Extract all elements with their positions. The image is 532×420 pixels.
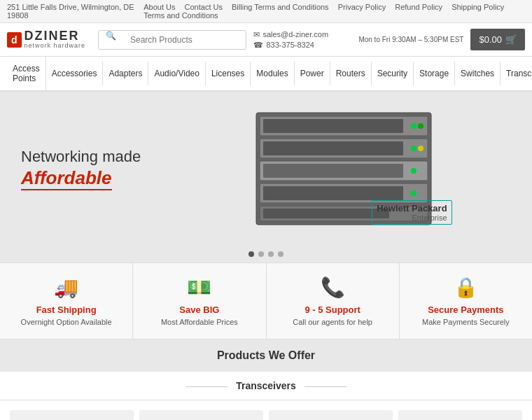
billing-link[interactable]: Billing Terms and Conditions — [232, 3, 329, 11]
feature-save-big: 💵 Save BIG Most Affordable Prices — [133, 263, 266, 339]
hero-text: Networking made Affordable — [0, 126, 162, 211]
top-bar: 251 Little Falls Drive, Wilmington, DE 1… — [0, 0, 532, 23]
product-thumb-3[interactable] — [269, 410, 393, 420]
svg-point-11 — [411, 168, 416, 174]
server-rack: Hewlett Packard Enterprise — [235, 106, 459, 232]
feature-title-3: Secure Payments — [410, 304, 522, 315]
svg-rect-10 — [263, 164, 403, 178]
refund-link[interactable]: Refund Policy — [395, 3, 442, 11]
dot-2[interactable] — [258, 251, 264, 257]
nav-licenses[interactable]: Licenses — [206, 62, 251, 85]
nav-security[interactable]: Security — [372, 62, 414, 85]
logo-text: DZINER network hardware — [24, 29, 86, 50]
hero-image: Hewlett Packard Enterprise — [162, 106, 532, 232]
brand-sub: Enterprise — [377, 214, 447, 222]
nav-switches[interactable]: Switches — [455, 62, 500, 85]
svg-point-8 — [418, 146, 424, 151]
logo-subtitle: network hardware — [24, 43, 86, 50]
header: d DZINER network hardware 🔍 sales@d-zine… — [0, 23, 532, 57]
search-input[interactable] — [123, 31, 246, 49]
hours-info: Mon to Fri 9:30AM – 5:30PM EST — [358, 35, 463, 45]
feature-fast-shipping: 🚚 Fast Shipping Overnight Option Availab… — [0, 263, 133, 339]
svg-rect-2 — [263, 119, 403, 133]
terms-link[interactable]: Terms and Conditions — [144, 11, 218, 20]
transceivers-section: Transceivers — [0, 372, 532, 420]
nav-modules[interactable]: Modules — [251, 62, 294, 85]
feature-secure-payments: 🔒 Secure Payments Make Payments Securely — [400, 263, 532, 339]
feature-sub-3: Make Payments Securely — [410, 318, 522, 326]
svg-point-7 — [411, 146, 416, 151]
about-link[interactable]: About Us — [144, 3, 175, 11]
brand-name: Hewlett Packard — [377, 203, 447, 214]
cart-amount: $0.00 — [479, 34, 502, 45]
nav-routers[interactable]: Routers — [330, 62, 372, 85]
svg-point-4 — [418, 123, 424, 129]
contact-info: sales@d-ziner.com 833-375-8324 — [253, 30, 351, 50]
hero-banner: Networking made Affordable — [0, 92, 532, 246]
email-icon — [253, 30, 260, 39]
svg-point-14 — [411, 190, 416, 196]
feature-sub-0: Overnight Option Available — [10, 318, 122, 326]
nav-audio-video[interactable]: Audio/Video — [148, 62, 206, 85]
hero-headline-line2: Affordable — [21, 167, 112, 190]
nav-storage[interactable]: Storage — [414, 62, 455, 85]
logo-name: DZINER — [24, 29, 86, 43]
feature-title-2: 9 - 5 Support — [277, 304, 388, 315]
address: 251 Little Falls Drive, Wilmington, DE 1… — [7, 3, 136, 20]
product-thumb-2[interactable] — [139, 410, 263, 420]
phone-info: 833-375-8324 — [253, 41, 351, 50]
phone-icon — [253, 41, 263, 50]
nav-adapters[interactable]: Adapters — [103, 62, 148, 85]
nav-access-points[interactable]: Access Points — [7, 57, 46, 90]
nav-accessories[interactable]: Accessories — [46, 62, 104, 85]
feature-title-1: Save BIG — [144, 304, 255, 315]
dot-1[interactable] — [248, 251, 254, 257]
nav-transceivers[interactable]: Transceivers — [500, 62, 532, 85]
product-thumb-4[interactable] — [398, 410, 522, 420]
features-section: 🚚 Fast Shipping Overnight Option Availab… — [0, 262, 532, 339]
main-nav: Access Points Accessories Adapters Audio… — [0, 57, 532, 92]
truck-icon: 🚚 — [10, 276, 122, 299]
dot-3[interactable] — [268, 251, 274, 257]
dot-4[interactable] — [278, 251, 284, 257]
contact-link[interactable]: Contact Us — [185, 3, 223, 11]
cart-icon: 🛒 — [505, 34, 517, 45]
top-bar-links: About Us Contact Us Billing Terms and Co… — [136, 3, 525, 20]
products-header: Products We Offer — [0, 339, 532, 372]
logo[interactable]: d DZINER network hardware — [7, 29, 91, 50]
search-icon[interactable]: 🔍 — [99, 31, 123, 49]
logo-icon: d — [7, 32, 22, 48]
hero-headline-line1: Networking made — [21, 147, 141, 167]
product-thumb-1[interactable] — [10, 410, 134, 420]
cart-button[interactable]: $0.00 🛒 — [470, 29, 525, 50]
carousel-dots — [0, 246, 532, 262]
email-info: sales@d-ziner.com — [253, 30, 351, 39]
search-bar: 🔍 — [98, 30, 246, 50]
privacy-link[interactable]: Privacy Policy — [338, 3, 386, 11]
nav-power[interactable]: Power — [295, 62, 330, 85]
lock-icon: 🔒 — [410, 276, 522, 299]
product-row-transceivers — [0, 400, 532, 420]
products-heading: Products We Offer — [217, 349, 315, 361]
svg-rect-16 — [263, 209, 389, 218]
svg-rect-13 — [263, 186, 403, 200]
feature-support: 📞 9 - 5 Support Call our agents for help — [267, 263, 400, 339]
feature-sub-2: Call our agents for help — [277, 318, 388, 326]
svg-point-3 — [411, 123, 416, 129]
section-title-transceivers: Transceivers — [0, 372, 532, 400]
feature-sub-1: Most Affordable Prices — [144, 318, 255, 326]
feature-title-0: Fast Shipping — [10, 304, 122, 315]
phone-support-icon: 📞 — [277, 276, 388, 299]
money-icon: 💵 — [144, 276, 255, 299]
svg-rect-6 — [263, 141, 403, 155]
shipping-link[interactable]: Shipping Policy — [451, 3, 504, 11]
hp-logo: Hewlett Packard Enterprise — [372, 200, 451, 225]
